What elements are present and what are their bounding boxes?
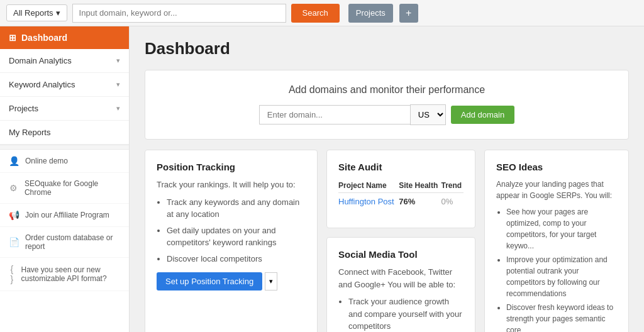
middle-column: Site Audit Project Name Site Health Tren…: [326, 150, 475, 332]
position-tracking-dropdown-button[interactable]: ▾: [265, 272, 277, 290]
all-reports-label: All Reports: [13, 8, 53, 18]
search-button[interactable]: Search: [291, 4, 340, 23]
seo-ideas-card: SEO Ideas Analyze your landing pages tha…: [484, 150, 629, 332]
sidebar-divider: [0, 145, 129, 150]
document-icon: 📄: [9, 237, 19, 247]
position-tracking-card: Position Tracking Track your rankings. I…: [145, 150, 318, 332]
setup-position-tracking-button[interactable]: Set up Position Tracking: [157, 272, 262, 290]
add-domain-button[interactable]: Add domain: [451, 106, 514, 124]
sidebar-item-domain-analytics[interactable]: Domain Analytics ▾: [0, 49, 129, 73]
social-media-tool-card: Social Media Tool Connect with Facebook,…: [326, 237, 475, 332]
social-media-title: Social Media Tool: [338, 249, 464, 260]
country-select[interactable]: US UK CA AU: [410, 104, 446, 125]
main-content: Dashboard Add domains and monitor their …: [130, 26, 644, 332]
layout: ⊞ Dashboard Domain Analytics ▾ Keyword A…: [0, 26, 644, 332]
table-row: Huffington Post 76% 0%: [338, 193, 464, 211]
page-title: Dashboard: [145, 39, 629, 58]
list-item: Get daily updates on your and competitor…: [167, 224, 306, 249]
sidebar-header-label: Dashboard: [21, 33, 67, 43]
list-item: Discover local competitors: [167, 253, 306, 265]
sidebar-item-my-reports[interactable]: My Reports: [0, 121, 129, 145]
sidebar-link-custom-db[interactable]: 📄 Order custom database or report: [0, 227, 129, 258]
social-media-desc: Connect with Facebook, Twitter and Googl…: [338, 266, 464, 290]
add-domain-form: US UK CA AU Add domain: [159, 104, 614, 125]
sidebar-link-online-demo[interactable]: 👤 Online demo: [0, 150, 129, 173]
chevron-down-icon: ▾: [116, 80, 120, 89]
all-reports-button[interactable]: All Reports ▾: [6, 4, 67, 21]
site-audit-table: Project Name Site Health Trend Huffingto…: [338, 179, 464, 210]
site-audit-card: Site Audit Project Name Site Health Tren…: [326, 150, 475, 228]
setup-btn-label: Set up Position Tracking: [165, 277, 253, 286]
col-site-health: Site Health: [399, 179, 441, 193]
chevron-down-icon: ▾: [116, 104, 120, 113]
trend-cell: 0%: [441, 193, 464, 211]
add-domain-heading: Add domains and monitor their performanc…: [159, 84, 614, 96]
online-demo-label: Online demo: [25, 157, 68, 165]
col-trend: Trend: [441, 179, 464, 193]
site-audit-title: Site Audit: [338, 162, 464, 172]
user-icon: 👤: [9, 156, 19, 166]
projects-label: Projects: [9, 104, 38, 113]
domain-analytics-label: Domain Analytics: [9, 56, 72, 65]
social-media-list: Track your audience growth and compare y…: [338, 296, 464, 332]
sidebar-item-keyword-analytics[interactable]: Keyword Analytics ▾: [0, 73, 129, 97]
megaphone-icon: 📢: [9, 210, 19, 220]
affiliate-label: Join our Affiliate Program: [25, 211, 109, 219]
list-item: Track your audience growth and compare y…: [348, 296, 464, 332]
col-project-name: Project Name: [338, 179, 399, 193]
custom-db-label: Order custom database or report: [25, 233, 120, 251]
seoquake-label: SEOquake for Google Chrome: [25, 179, 120, 197]
sidebar-link-api[interactable]: { } Have you seen our new customizable A…: [0, 258, 129, 291]
list-item: Track any keywords and any domain at any…: [167, 196, 306, 221]
search-input[interactable]: [72, 4, 286, 23]
seo-ideas-desc: Analyze your landing pages that appear i…: [496, 179, 617, 201]
sidebar-header[interactable]: ⊞ Dashboard: [0, 26, 129, 49]
sidebar-link-seoquake[interactable]: ⚙ SEOquake for Google Chrome: [0, 173, 129, 204]
add-domain-card: Add domains and monitor their performanc…: [145, 70, 629, 140]
project-name-cell[interactable]: Huffington Post: [338, 193, 399, 211]
chevron-down-icon: ▾: [116, 57, 120, 65]
gear-icon: ⚙: [9, 183, 18, 193]
position-tracking-list: Track any keywords and any domain at any…: [157, 196, 306, 265]
list-item: See how your pages are optimized, comp t…: [506, 206, 617, 252]
position-tracking-title: Position Tracking: [157, 162, 306, 172]
sidebar-link-affiliate[interactable]: 📢 Join our Affiliate Program: [0, 204, 129, 227]
cards-row: Position Tracking Track your rankings. I…: [145, 150, 629, 332]
list-item: Improve your optimization and potential …: [506, 254, 617, 299]
dashboard-icon: ⊞: [9, 33, 16, 43]
domain-input[interactable]: [259, 105, 410, 124]
seo-ideas-title: SEO Ideas: [496, 162, 617, 172]
sidebar: ⊞ Dashboard Domain Analytics ▾ Keyword A…: [0, 26, 130, 332]
list-item: Discover fresh keyword ideas to strength…: [506, 302, 617, 332]
keyword-analytics-label: Keyword Analytics: [9, 80, 75, 89]
position-tracking-desc: Track your rankings. It will help you to…: [157, 179, 306, 191]
topbar: All Reports ▾ Search Projects +: [0, 0, 644, 26]
seo-ideas-list: See how your pages are optimized, comp t…: [496, 206, 617, 332]
api-label: Have you seen our new customizable API f…: [21, 265, 121, 283]
projects-button[interactable]: Projects: [348, 4, 393, 23]
sidebar-item-projects[interactable]: Projects ▾: [0, 97, 129, 121]
my-reports-label: My Reports: [9, 128, 50, 137]
chevron-down-icon: ▾: [56, 8, 60, 18]
api-icon: { }: [9, 264, 15, 284]
site-health-cell: 76%: [399, 193, 441, 211]
add-project-button[interactable]: +: [399, 4, 418, 23]
